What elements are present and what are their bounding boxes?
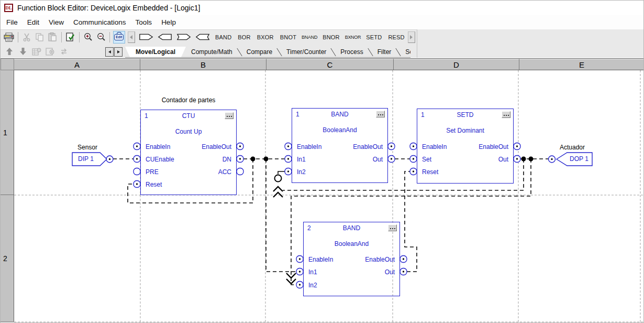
sheet-properties-button[interactable] xyxy=(44,45,57,58)
bnand-block-button[interactable]: BNAND xyxy=(299,35,319,40)
menu-edit[interactable]: Edit xyxy=(23,16,44,28)
app-window: DL Function Block Editor: DeviceLogix Em… xyxy=(0,0,644,323)
ellipsis-icon xyxy=(227,116,228,117)
grid-sparkle-icon xyxy=(32,47,41,56)
paste-button[interactable] xyxy=(47,31,59,44)
edit-sheet-button[interactable] xyxy=(64,31,76,44)
menu-tools[interactable]: Tools xyxy=(131,16,157,28)
ellipsis-icon xyxy=(390,228,391,229)
tab-scroll-buttons xyxy=(105,47,123,57)
insert-sheet-button[interactable] xyxy=(30,45,43,58)
tab-filter[interactable]: Filter xyxy=(372,47,397,57)
tab-compute-math[interactable]: Compute/Math xyxy=(186,47,238,57)
menu-view[interactable]: View xyxy=(44,16,69,28)
pin-label-enablein: EnableIn xyxy=(297,143,321,150)
zoom-out-button[interactable] xyxy=(95,31,107,44)
bxnor-block-button[interactable]: BXNOR xyxy=(343,35,363,40)
tab-scroll-right-button[interactable] xyxy=(114,47,123,57)
function-block-band-1[interactable]: 1 BAND BooleanAnd EnableIn In1 In2 Enabl… xyxy=(292,108,388,183)
copy-icon xyxy=(35,33,45,41)
pin-label-enableout: EnableOut xyxy=(202,143,231,150)
toolbar-separator xyxy=(18,32,18,42)
column-header-d[interactable]: D xyxy=(394,59,519,70)
pin-label-out: Out xyxy=(385,268,395,276)
wire-connector-circle xyxy=(275,175,282,182)
function-block-band-2[interactable]: 2 BAND BooleanAnd EnableIn In1 In2 Enabl… xyxy=(303,222,400,296)
zoom-in-icon xyxy=(83,33,93,42)
pin-label-pre: PRE xyxy=(146,168,159,176)
block-menu-button[interactable] xyxy=(388,224,397,231)
block-menu-button[interactable] xyxy=(376,111,385,117)
row-header-1[interactable]: 1 xyxy=(1,70,14,195)
row-header-2[interactable]: 2 xyxy=(1,195,14,322)
setd-block-button[interactable]: SETD xyxy=(363,34,385,40)
menu-file[interactable]: File xyxy=(2,16,23,28)
print-button[interactable] xyxy=(3,31,15,44)
menu-help[interactable]: Help xyxy=(157,16,181,28)
copy-button[interactable] xyxy=(34,31,46,44)
diagram-canvas[interactable]: Contador de partes Sensor DIP 1 Actuador… xyxy=(14,70,644,323)
dip1-name[interactable]: DIP 1 xyxy=(69,155,103,163)
block-menu-button[interactable] xyxy=(225,112,234,119)
move-up-button[interactable] xyxy=(3,45,16,58)
bnor-block-button[interactable]: BNOR xyxy=(319,34,343,40)
swap-button[interactable] xyxy=(58,45,70,58)
block-subtitle: BooleanAnd xyxy=(292,126,387,134)
tab-compare[interactable]: Compare xyxy=(241,47,277,57)
block-type: BAND xyxy=(292,111,387,118)
function-block-ctu-1[interactable]: 1 CTU Count Up EnableIn CUEnable PRE Res… xyxy=(140,110,237,195)
menu-communications[interactable]: Communications xyxy=(69,16,131,28)
analog-output-icon xyxy=(195,33,210,41)
block-comment: Contador de partes xyxy=(136,96,241,104)
analog-input-button[interactable] xyxy=(176,31,191,43)
zoom-in-button[interactable] xyxy=(82,31,94,44)
pin-label-enablein: EnableIn xyxy=(422,143,447,150)
tab-scroll-left-button[interactable] xyxy=(105,47,114,57)
column-header-a[interactable]: A xyxy=(14,59,140,70)
toolbar-separator xyxy=(61,32,62,42)
printer-icon xyxy=(4,33,14,42)
cut-button[interactable] xyxy=(21,31,33,44)
title-bar: DL Function Block Editor: DeviceLogix Em… xyxy=(1,1,643,15)
discrete-input-button[interactable] xyxy=(139,31,153,43)
pin-label-enablein: EnableIn xyxy=(308,256,333,263)
column-header-b[interactable]: B xyxy=(140,59,267,70)
column-headers: A B C D E xyxy=(14,58,644,70)
column-header-c[interactable]: C xyxy=(267,59,394,70)
up-arrow-icon xyxy=(5,47,14,56)
tab-process[interactable]: Process xyxy=(335,47,368,57)
pin-label-cuenable: CUEnable xyxy=(146,156,174,163)
ellipsis-icon xyxy=(504,115,505,116)
toolbar-separator xyxy=(109,32,110,42)
cut-icon xyxy=(23,33,31,41)
block-subtitle: BooleanAnd xyxy=(304,240,399,247)
dop1-name[interactable]: DOP 1 xyxy=(563,155,595,163)
tab-select-limit[interactable]: Select/Limit xyxy=(400,47,410,57)
edit-mode-toggle[interactable]: Edit xyxy=(113,31,125,44)
pin-label-reset: Reset xyxy=(146,181,162,188)
junction-dot xyxy=(251,157,256,162)
move-down-button[interactable] xyxy=(17,45,29,58)
column-header-e[interactable]: E xyxy=(519,59,644,70)
tab-move-logical[interactable]: Move/Logical xyxy=(125,47,186,57)
bxor-block-button[interactable]: BXOR xyxy=(254,34,277,40)
function-block-setd-1[interactable]: 1 SETD Set Dominant EnableIn Set Reset E… xyxy=(417,109,514,184)
band-block-button[interactable]: BAND xyxy=(212,34,235,40)
block-subtitle: Set Dominant xyxy=(417,127,513,134)
bnot-block-button[interactable]: BNOT xyxy=(277,34,299,40)
pin-label-enableout: EnableOut xyxy=(365,256,395,263)
toolbar-collapse-left-button[interactable] xyxy=(128,31,135,43)
block-menu-button[interactable] xyxy=(502,111,510,118)
toolbar-scroll-right-button[interactable] xyxy=(408,31,415,43)
pin-label-in1: In1 xyxy=(308,268,317,276)
row-headers: 1 2 xyxy=(1,70,14,322)
down-arrow-icon xyxy=(19,47,27,56)
discrete-output-button[interactable] xyxy=(158,31,172,43)
resd-block-button[interactable]: RESD xyxy=(385,34,407,40)
tab-timer-counter[interactable]: Timer/Counter xyxy=(281,47,331,57)
paste-icon xyxy=(48,33,57,41)
wire-band2-out-to-setd-reset xyxy=(405,171,417,272)
bor-block-button[interactable]: BOR xyxy=(235,34,253,40)
pin-label-dn: DN xyxy=(223,156,231,163)
analog-output-button[interactable] xyxy=(195,31,210,43)
